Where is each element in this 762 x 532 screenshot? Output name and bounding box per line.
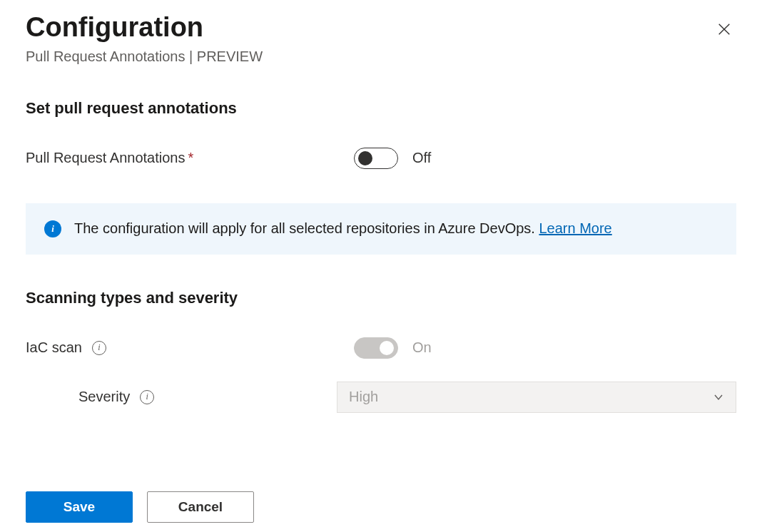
section-annotations-heading: Set pull request annotations bbox=[26, 99, 736, 118]
pr-annotations-state-label: Off bbox=[412, 150, 431, 166]
info-icon: i bbox=[44, 220, 61, 237]
pr-annotations-toggle[interactable] bbox=[354, 148, 398, 169]
page-subtitle: Pull Request Annotations | PREVIEW bbox=[26, 48, 263, 65]
close-button[interactable] bbox=[712, 17, 736, 44]
page-title: Configuration bbox=[26, 13, 263, 43]
close-icon bbox=[716, 21, 732, 37]
iac-info-icon[interactable]: i bbox=[92, 341, 106, 355]
iac-scan-state-label: On bbox=[412, 339, 432, 356]
info-banner-text-container: The configuration will apply for all sel… bbox=[74, 220, 612, 237]
info-banner-text: The configuration will apply for all sel… bbox=[74, 220, 539, 236]
pr-annotations-row: Pull Request Annotations * Off bbox=[26, 148, 736, 169]
severity-label-col: Severity i bbox=[26, 389, 337, 405]
save-button[interactable]: Save bbox=[26, 491, 133, 523]
learn-more-link[interactable]: Learn More bbox=[539, 220, 611, 236]
header-titles: Configuration Pull Request Annotations |… bbox=[26, 13, 263, 65]
pr-annotations-label: Pull Request Annotations bbox=[26, 150, 186, 166]
iac-scan-control: On bbox=[354, 337, 432, 359]
iac-scan-label-col: IaC scan i bbox=[26, 339, 354, 356]
iac-scan-row: IaC scan i On bbox=[26, 337, 736, 359]
required-indicator: * bbox=[188, 150, 194, 166]
header-row: Configuration Pull Request Annotations |… bbox=[26, 13, 736, 65]
iac-scan-label: IaC scan bbox=[26, 339, 82, 356]
severity-selected-value: High bbox=[349, 389, 378, 405]
severity-row: Severity i High bbox=[26, 382, 736, 413]
toggle-knob-icon bbox=[380, 341, 394, 355]
chevron-down-icon bbox=[713, 392, 724, 403]
cancel-button[interactable]: Cancel bbox=[147, 491, 254, 523]
footer-buttons: Save Cancel bbox=[26, 491, 736, 523]
severity-label: Severity bbox=[78, 389, 130, 405]
toggle-knob-icon bbox=[358, 151, 372, 165]
section-scanning-heading: Scanning types and severity bbox=[26, 289, 736, 307]
iac-scan-toggle[interactable] bbox=[354, 337, 398, 359]
severity-info-icon[interactable]: i bbox=[140, 390, 154, 404]
severity-dropdown[interactable]: High bbox=[337, 382, 736, 413]
info-banner: i The configuration will apply for all s… bbox=[26, 203, 736, 255]
pr-annotations-label-col: Pull Request Annotations * bbox=[26, 150, 354, 166]
pr-annotations-control: Off bbox=[354, 148, 431, 169]
